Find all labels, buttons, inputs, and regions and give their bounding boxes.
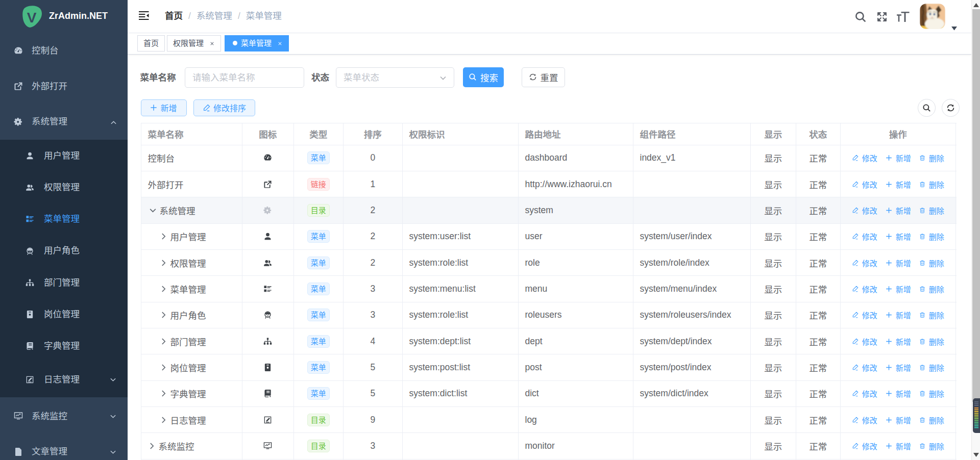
svg-text:V: V bbox=[27, 10, 37, 25]
